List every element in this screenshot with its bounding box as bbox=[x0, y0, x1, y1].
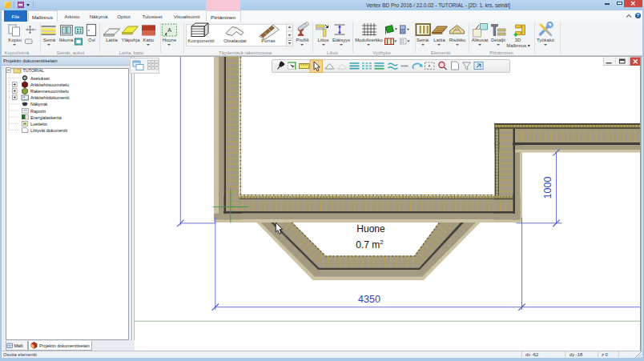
svg-text:Raportit: Raportit bbox=[30, 108, 46, 113]
svg-text:TUTORIAL: TUTORIAL bbox=[23, 68, 45, 73]
svg-text:Arkkitehtisuunnittelu: Arkkitehtisuunnittelu bbox=[30, 82, 69, 86]
svg-text:A: A bbox=[167, 27, 171, 33]
svg-text:1000: 1000 bbox=[542, 176, 553, 199]
svg-text:Huone: Huone bbox=[356, 223, 385, 235]
svg-text:Arkkitehtidokumentit: Arkkitehtidokumentit bbox=[30, 95, 70, 100]
svg-text:Liittyvät dokumentit: Liittyvät dokumentit bbox=[30, 127, 68, 132]
svg-text:Energialaskenta: Energialaskenta bbox=[30, 114, 62, 119]
svg-text:4350: 4350 bbox=[358, 294, 380, 305]
svg-text:Rakennesuunnittelu: Rakennesuunnittelu bbox=[30, 89, 69, 94]
svg-text:0.7 m2: 0.7 m2 bbox=[356, 239, 384, 251]
svg-text:Asetukset: Asetukset bbox=[30, 75, 50, 80]
svg-text:Näkymät: Näkymät bbox=[30, 102, 48, 106]
svg-text:Luettelot: Luettelot bbox=[30, 121, 47, 126]
